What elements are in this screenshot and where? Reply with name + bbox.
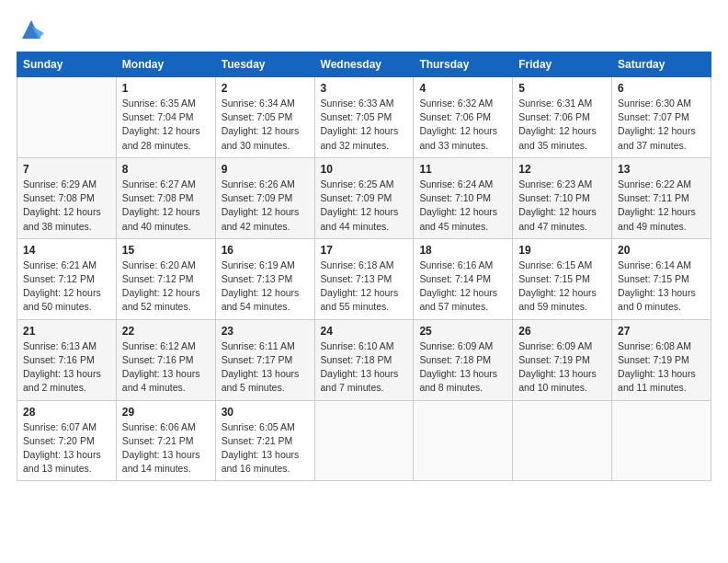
calendar-cell: 3Sunrise: 6:33 AMSunset: 7:05 PMDaylight… xyxy=(314,77,414,158)
logo-icon xyxy=(18,17,44,42)
calendar-cell xyxy=(414,400,513,481)
col-header-tuesday: Tuesday xyxy=(215,52,314,77)
day-info: Sunrise: 6:25 AMSunset: 7:09 PMDaylight:… xyxy=(321,178,408,234)
calendar-cell: 2Sunrise: 6:34 AMSunset: 7:05 PMDaylight… xyxy=(215,77,314,158)
day-info: Sunrise: 6:26 AMSunset: 7:09 PMDaylight:… xyxy=(222,178,309,234)
day-number: 21 xyxy=(23,325,110,338)
day-number: 27 xyxy=(618,325,705,338)
calendar-cell: 18Sunrise: 6:16 AMSunset: 7:14 PMDayligh… xyxy=(414,238,513,319)
week-row-4: 21Sunrise: 6:13 AMSunset: 7:16 PMDayligh… xyxy=(17,319,711,400)
day-number: 11 xyxy=(419,163,506,176)
day-info: Sunrise: 6:10 AMSunset: 7:18 PMDaylight:… xyxy=(321,339,408,396)
day-number: 1 xyxy=(122,82,210,95)
calendar-cell: 27Sunrise: 6:08 AMSunset: 7:19 PMDayligh… xyxy=(612,319,711,400)
calendar-cell: 15Sunrise: 6:20 AMSunset: 7:12 PMDayligh… xyxy=(116,238,215,319)
header-row: SundayMondayTuesdayWednesdayThursdayFrid… xyxy=(17,52,711,77)
day-info: Sunrise: 6:05 AMSunset: 7:21 PMDaylight:… xyxy=(222,420,309,477)
week-row-5: 28Sunrise: 6:07 AMSunset: 7:20 PMDayligh… xyxy=(17,400,711,481)
day-number: 7 xyxy=(23,163,110,176)
day-number: 25 xyxy=(419,325,506,338)
calendar-header: SundayMondayTuesdayWednesdayThursdayFrid… xyxy=(17,52,711,77)
day-number: 28 xyxy=(23,406,110,419)
calendar-cell: 1Sunrise: 6:35 AMSunset: 7:04 PMDaylight… xyxy=(116,77,215,158)
day-info: Sunrise: 6:18 AMSunset: 7:13 PMDaylight:… xyxy=(321,259,408,315)
calendar-cell: 28Sunrise: 6:07 AMSunset: 7:20 PMDayligh… xyxy=(17,400,117,481)
calendar-cell xyxy=(612,400,711,481)
day-info: Sunrise: 6:29 AMSunset: 7:08 PMDaylight:… xyxy=(23,178,110,234)
day-number: 17 xyxy=(321,244,408,257)
calendar-cell: 24Sunrise: 6:10 AMSunset: 7:18 PMDayligh… xyxy=(314,319,414,400)
day-number: 14 xyxy=(23,244,110,257)
calendar-cell: 19Sunrise: 6:15 AMSunset: 7:15 PMDayligh… xyxy=(513,238,612,319)
day-number: 8 xyxy=(122,163,210,176)
calendar-cell: 26Sunrise: 6:09 AMSunset: 7:19 PMDayligh… xyxy=(513,319,612,400)
day-info: Sunrise: 6:06 AMSunset: 7:21 PMDaylight:… xyxy=(122,420,210,477)
day-number: 30 xyxy=(222,406,309,419)
calendar-cell: 11Sunrise: 6:24 AMSunset: 7:10 PMDayligh… xyxy=(414,157,513,238)
calendar-cell: 23Sunrise: 6:11 AMSunset: 7:17 PMDayligh… xyxy=(215,319,314,400)
day-number: 24 xyxy=(321,325,408,338)
day-info: Sunrise: 6:08 AMSunset: 7:19 PMDaylight:… xyxy=(618,339,705,396)
calendar-cell: 4Sunrise: 6:32 AMSunset: 7:06 PMDaylight… xyxy=(414,77,513,158)
day-number: 9 xyxy=(222,163,309,176)
week-row-1: 1Sunrise: 6:35 AMSunset: 7:04 PMDaylight… xyxy=(17,77,711,158)
calendar-cell: 7Sunrise: 6:29 AMSunset: 7:08 PMDaylight… xyxy=(17,157,117,238)
calendar-cell: 17Sunrise: 6:18 AMSunset: 7:13 PMDayligh… xyxy=(314,238,414,319)
day-info: Sunrise: 6:14 AMSunset: 7:15 PMDaylight:… xyxy=(618,259,705,315)
day-info: Sunrise: 6:30 AMSunset: 7:07 PMDaylight:… xyxy=(618,97,705,153)
calendar-table: SundayMondayTuesdayWednesdayThursdayFrid… xyxy=(17,52,711,481)
col-header-thursday: Thursday xyxy=(414,52,513,77)
day-info: Sunrise: 6:34 AMSunset: 7:05 PMDaylight:… xyxy=(222,97,309,153)
week-row-2: 7Sunrise: 6:29 AMSunset: 7:08 PMDaylight… xyxy=(17,157,711,238)
calendar-cell xyxy=(17,77,117,158)
calendar-cell: 13Sunrise: 6:22 AMSunset: 7:11 PMDayligh… xyxy=(612,157,711,238)
calendar-body: 1Sunrise: 6:35 AMSunset: 7:04 PMDaylight… xyxy=(17,77,711,481)
calendar-cell: 16Sunrise: 6:19 AMSunset: 7:13 PMDayligh… xyxy=(215,238,314,319)
day-info: Sunrise: 6:13 AMSunset: 7:16 PMDaylight:… xyxy=(23,339,110,396)
calendar-cell: 30Sunrise: 6:05 AMSunset: 7:21 PMDayligh… xyxy=(215,400,314,481)
calendar-cell xyxy=(314,400,414,481)
calendar-cell: 25Sunrise: 6:09 AMSunset: 7:18 PMDayligh… xyxy=(414,319,513,400)
day-number: 2 xyxy=(222,82,309,95)
calendar-cell: 29Sunrise: 6:06 AMSunset: 7:21 PMDayligh… xyxy=(116,400,215,481)
day-number: 13 xyxy=(618,163,705,176)
calendar-cell: 9Sunrise: 6:26 AMSunset: 7:09 PMDaylight… xyxy=(215,157,314,238)
calendar-cell: 21Sunrise: 6:13 AMSunset: 7:16 PMDayligh… xyxy=(17,319,117,400)
day-number: 5 xyxy=(518,82,606,95)
col-header-saturday: Saturday xyxy=(612,52,711,77)
day-number: 16 xyxy=(222,244,309,257)
day-info: Sunrise: 6:33 AMSunset: 7:05 PMDaylight:… xyxy=(321,97,408,153)
day-info: Sunrise: 6:15 AMSunset: 7:15 PMDaylight:… xyxy=(518,259,606,315)
day-info: Sunrise: 6:07 AMSunset: 7:20 PMDaylight:… xyxy=(23,420,110,477)
calendar-cell: 8Sunrise: 6:27 AMSunset: 7:08 PMDaylight… xyxy=(116,157,215,238)
day-number: 4 xyxy=(419,82,506,95)
week-row-3: 14Sunrise: 6:21 AMSunset: 7:12 PMDayligh… xyxy=(17,238,711,319)
day-number: 6 xyxy=(618,82,705,95)
day-number: 3 xyxy=(321,82,408,95)
day-number: 10 xyxy=(321,163,408,176)
calendar-cell: 12Sunrise: 6:23 AMSunset: 7:10 PMDayligh… xyxy=(513,157,612,238)
day-info: Sunrise: 6:27 AMSunset: 7:08 PMDaylight:… xyxy=(122,178,210,234)
day-info: Sunrise: 6:21 AMSunset: 7:12 PMDaylight:… xyxy=(23,259,110,315)
day-info: Sunrise: 6:12 AMSunset: 7:16 PMDaylight:… xyxy=(122,339,210,396)
calendar-cell: 20Sunrise: 6:14 AMSunset: 7:15 PMDayligh… xyxy=(612,238,711,319)
day-info: Sunrise: 6:09 AMSunset: 7:19 PMDaylight:… xyxy=(518,339,606,396)
calendar-cell: 5Sunrise: 6:31 AMSunset: 7:06 PMDaylight… xyxy=(513,77,612,158)
header xyxy=(17,17,711,42)
col-header-friday: Friday xyxy=(513,52,612,77)
day-info: Sunrise: 6:11 AMSunset: 7:17 PMDaylight:… xyxy=(222,339,309,396)
col-header-monday: Monday xyxy=(116,52,215,77)
col-header-sunday: Sunday xyxy=(17,52,117,77)
day-info: Sunrise: 6:24 AMSunset: 7:10 PMDaylight:… xyxy=(419,178,506,234)
calendar-cell: 6Sunrise: 6:30 AMSunset: 7:07 PMDaylight… xyxy=(612,77,711,158)
day-number: 20 xyxy=(618,244,705,257)
day-number: 12 xyxy=(518,163,606,176)
page: SundayMondayTuesdayWednesdayThursdayFrid… xyxy=(0,0,728,563)
calendar-cell: 14Sunrise: 6:21 AMSunset: 7:12 PMDayligh… xyxy=(17,238,117,319)
day-info: Sunrise: 6:31 AMSunset: 7:06 PMDaylight:… xyxy=(518,97,606,153)
day-info: Sunrise: 6:20 AMSunset: 7:12 PMDaylight:… xyxy=(122,259,210,315)
day-info: Sunrise: 6:35 AMSunset: 7:04 PMDaylight:… xyxy=(122,97,210,153)
day-number: 29 xyxy=(122,406,210,419)
calendar-cell xyxy=(513,400,612,481)
day-number: 19 xyxy=(518,244,606,257)
